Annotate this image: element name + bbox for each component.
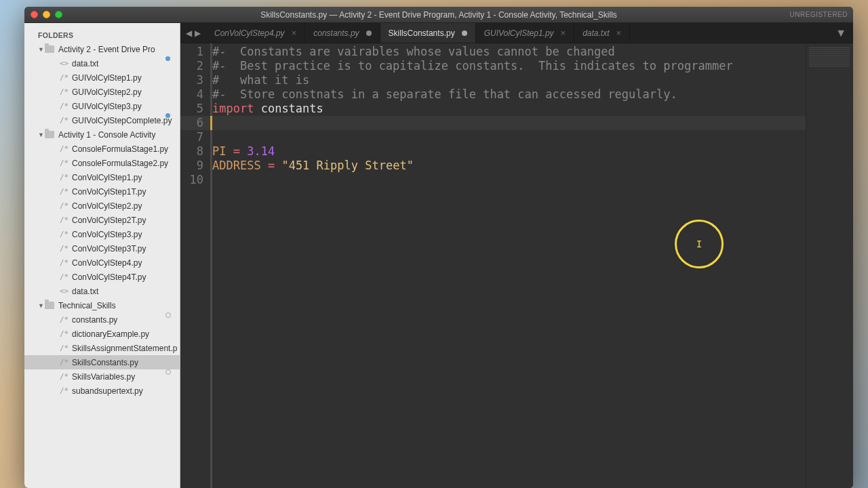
code-area[interactable]: #- Constants are vairables whose values … xyxy=(212,43,806,488)
file-row[interactable]: <>data.txt xyxy=(24,284,180,298)
file-label: SkillsVariables.py xyxy=(72,372,135,382)
file-icon: <> xyxy=(60,287,68,296)
file-icon: /* xyxy=(60,187,68,196)
tab[interactable]: data.txt× xyxy=(574,23,630,43)
unregistered-label: UNREGISTERED xyxy=(790,11,848,18)
file-icon: /* xyxy=(60,344,68,352)
minimap[interactable] xyxy=(806,43,853,488)
sidebar[interactable]: FOLDERS ▼Activity 2 - Event Drive Pro<>d… xyxy=(24,23,180,488)
file-label: SkillsAssignmentStatement.p xyxy=(72,344,177,353)
close-tab-icon[interactable]: × xyxy=(616,28,622,38)
file-row[interactable]: /*subandsupertext.py xyxy=(24,384,180,398)
code-line[interactable]: #- Best practice is to capitalize consta… xyxy=(212,59,806,73)
line-number: 6 xyxy=(180,116,210,130)
file-label: GUIVolCylStepComplete.py xyxy=(72,116,172,125)
file-icon: /* xyxy=(60,201,68,210)
folder-icon xyxy=(45,45,54,53)
file-icon: /* xyxy=(60,116,68,125)
file-row[interactable]: /*GUIVolCylStep1.py xyxy=(24,70,180,85)
file-icon: /* xyxy=(60,230,68,239)
file-row[interactable]: /*SkillsVariables.py xyxy=(24,369,180,384)
folder-row[interactable]: ▼Activity 2 - Event Drive Pro xyxy=(24,42,180,56)
file-row[interactable]: /*ConVolCylStep3.py xyxy=(24,227,180,241)
file-icon: /* xyxy=(60,372,68,381)
file-label: GUIVolCylStep3.py xyxy=(72,102,142,111)
line-number: 2 xyxy=(180,59,210,73)
tab-label: SkillsConstants.py xyxy=(389,28,455,38)
tab[interactable]: constants.py xyxy=(305,23,380,43)
tab[interactable]: ConVolCylStep4.py× xyxy=(206,23,305,43)
folder-label: Technical_Skills xyxy=(58,301,116,310)
code-line[interactable] xyxy=(212,173,806,187)
file-row[interactable]: /*ConVolCylStep4.py xyxy=(24,256,180,270)
file-label: subandsupertext.py xyxy=(72,386,143,396)
tab-bar: ◀ ▶ ConVolCylStep4.py×constants.pySkills… xyxy=(180,23,853,43)
file-label: dictionaryExample.py xyxy=(72,329,149,339)
file-row[interactable]: /*constants.py xyxy=(24,312,180,327)
chevron-down-icon: ▼ xyxy=(38,302,45,309)
tab-label: constants.py xyxy=(313,28,359,38)
chevron-down-icon: ▼ xyxy=(38,131,45,138)
file-icon: /* xyxy=(60,358,68,367)
tab[interactable]: GUIVolCylStep1.py× xyxy=(476,23,575,43)
folder-row[interactable]: ▼Activity 1 - Console Activity xyxy=(24,127,180,142)
file-row[interactable]: /*ConsoleFormulaStage1.py xyxy=(24,142,180,156)
folder-icon xyxy=(45,302,54,309)
close-tab-icon[interactable]: × xyxy=(561,28,566,38)
line-number: 3 xyxy=(180,73,210,87)
file-label: ConVolCylStep4.py xyxy=(72,258,142,268)
tab-label: GUIVolCylStep1.py xyxy=(484,28,554,38)
tab-overflow-button[interactable]: ▼ xyxy=(829,23,853,43)
tab[interactable]: SkillsConstants.py xyxy=(380,23,476,43)
titlebar[interactable]: SkillsConstants.py — Activity 2 - Event … xyxy=(24,7,853,23)
file-label: constants.py xyxy=(72,315,117,325)
code-line[interactable]: #- Constants are vairables whose values … xyxy=(212,45,806,59)
file-row[interactable]: /*GUIVolCylStep2.py xyxy=(24,85,180,99)
file-label: ConVolCylStep4T.py xyxy=(72,272,146,282)
file-row[interactable]: /*ConVolCylStep2.py xyxy=(24,199,180,213)
folder-row[interactable]: ▼Technical_Skills xyxy=(24,298,180,312)
file-label: ConsoleFormulaStage1.py xyxy=(72,144,168,154)
file-icon: /* xyxy=(60,87,68,96)
file-row[interactable]: /*ConVolCylStep4T.py xyxy=(24,270,180,284)
nav-back-button[interactable]: ◀ xyxy=(186,28,192,38)
file-label: data.txt xyxy=(72,59,98,68)
editor[interactable]: 12345678910 #- Constants are vairables w… xyxy=(180,43,853,488)
code-line[interactable]: # what it is xyxy=(212,73,806,87)
code-line[interactable]: import constants xyxy=(212,102,806,116)
line-number: 4 xyxy=(180,87,210,102)
file-row[interactable]: /*ConVolCylStep1T.py xyxy=(24,184,180,199)
file-label: GUIVolCylStep1.py xyxy=(72,73,142,83)
file-icon: /* xyxy=(60,329,68,338)
file-row[interactable]: /*dictionaryExample.py xyxy=(24,327,180,341)
file-row[interactable]: /*GUIVolCylStep3.py xyxy=(24,99,180,113)
file-row[interactable]: /*GUIVolCylStepComplete.py xyxy=(24,113,180,127)
minimap-content xyxy=(809,47,850,68)
file-label: data.txt xyxy=(72,287,98,296)
file-icon: /* xyxy=(60,173,68,182)
close-tab-icon[interactable]: × xyxy=(292,28,297,38)
file-row[interactable]: /*SkillsConstants.py xyxy=(24,355,180,369)
file-row[interactable]: /*ConVolCylStep2T.py xyxy=(24,213,180,227)
file-row[interactable]: /*ConsoleFormulaStage2.py xyxy=(24,156,180,170)
annotation-cursor-icon: I xyxy=(696,239,702,249)
window-title: SkillsConstants.py — Activity 2 - Event … xyxy=(24,10,853,20)
line-number: 9 xyxy=(180,159,210,173)
dirty-indicator xyxy=(366,30,372,36)
tab-label: data.txt xyxy=(583,28,609,38)
code-line[interactable]: ADDRESS = "451 Ripply Street" xyxy=(212,159,806,173)
line-number: 8 xyxy=(180,144,210,159)
sidebar-header: FOLDERS xyxy=(24,26,180,42)
file-label: ConVolCylStep3.py xyxy=(72,230,142,239)
file-row[interactable]: /*SkillsAssignmentStatement.p xyxy=(24,341,180,355)
code-line[interactable] xyxy=(212,130,806,144)
file-row[interactable]: <>data.txt xyxy=(24,56,180,70)
line-number: 1 xyxy=(180,45,210,59)
code-line[interactable]: #- Store constnats in a separate file th… xyxy=(212,87,806,102)
code-line[interactable]: PI = 3.14 xyxy=(212,144,806,159)
file-row[interactable]: /*ConVolCylStep3T.py xyxy=(24,241,180,256)
editor-window: SkillsConstants.py — Activity 2 - Event … xyxy=(24,7,853,488)
nav-forward-button[interactable]: ▶ xyxy=(195,28,201,38)
code-line[interactable] xyxy=(212,116,806,130)
file-row[interactable]: /*ConVolCylStep1.py xyxy=(24,170,180,184)
